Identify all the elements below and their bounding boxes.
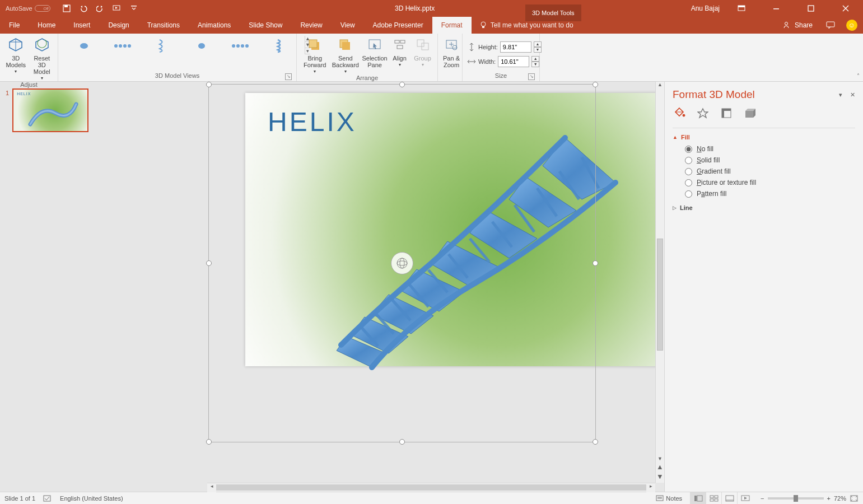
autosave-switch[interactable]: Off xyxy=(35,5,50,12)
section-fill-header[interactable]: ▲Fill xyxy=(673,134,855,141)
resize-handle-w[interactable] xyxy=(206,260,212,266)
account-name[interactable]: Anu Bajaj xyxy=(691,4,720,12)
next-slide-icon[interactable]: ⯆ xyxy=(656,474,664,483)
autosave-toggle[interactable]: AutoSave Off xyxy=(6,5,50,12)
radio-picture-texture-fill[interactable]: Picture or texture fill xyxy=(685,179,855,186)
selection-bounding-box[interactable] xyxy=(208,84,596,442)
radio-solid-fill[interactable]: Solid fill xyxy=(685,156,855,164)
svg-rect-64 xyxy=(715,496,718,498)
view-preset-2[interactable] xyxy=(112,38,134,54)
view-reading-icon[interactable] xyxy=(721,492,737,505)
tab-view[interactable]: View xyxy=(332,17,364,34)
pane-options-icon[interactable]: ▾ xyxy=(839,91,842,99)
comments-icon[interactable] xyxy=(820,17,841,34)
view-preset-3[interactable] xyxy=(151,38,174,54)
section-line-header[interactable]: ▷Line xyxy=(673,204,855,211)
view-slideshow-icon[interactable] xyxy=(737,492,753,505)
prev-slide-icon[interactable]: ⯅ xyxy=(656,465,664,474)
radio-gradient-fill[interactable]: Gradient fill xyxy=(685,167,855,175)
pan-zoom-button[interactable]: Pan & Zoom xyxy=(442,36,460,68)
window-close-icon[interactable] xyxy=(833,0,859,17)
start-from-beginning-icon[interactable] xyxy=(112,3,122,13)
view-normal-icon[interactable] xyxy=(690,492,706,505)
svg-rect-63 xyxy=(710,496,713,498)
scrollbar-thumb[interactable] xyxy=(216,484,646,491)
fit-to-window-icon[interactable] xyxy=(850,494,859,502)
slide-number: 1 xyxy=(6,90,9,96)
view-preset-4[interactable] xyxy=(190,38,213,54)
status-language[interactable]: English (United States) xyxy=(60,495,123,502)
height-input[interactable] xyxy=(500,41,531,53)
tab-format[interactable]: Format xyxy=(432,17,472,34)
resize-handle-n[interactable] xyxy=(399,82,405,87)
svg-point-14 xyxy=(119,44,122,48)
scroll-down-icon[interactable]: ▼ xyxy=(656,456,664,465)
insert-3d-models-button[interactable]: 3D Models▾ xyxy=(4,36,27,74)
tab-home[interactable]: Home xyxy=(29,17,64,34)
feedback-smiley-icon[interactable]: ☺ xyxy=(841,17,863,34)
tab-slide-show[interactable]: Slide Show xyxy=(240,17,291,34)
zoom-slider-knob[interactable] xyxy=(794,495,798,502)
window-maximize-icon[interactable] xyxy=(798,0,824,17)
send-backward-button[interactable]: Send Backward▾ xyxy=(332,36,360,74)
ribbon-display-options-icon[interactable] xyxy=(729,0,754,17)
status-slide-indicator[interactable]: Slide 1 of 1 xyxy=(4,495,35,502)
undo-icon[interactable] xyxy=(78,3,88,13)
zoom-value[interactable]: 72% xyxy=(834,495,846,502)
tab-transitions[interactable]: Transitions xyxy=(138,17,189,34)
rotate-3d-handle[interactable] xyxy=(391,252,413,274)
share-button[interactable]: Share xyxy=(775,17,820,34)
selection-pane-button[interactable]: Selection Pane xyxy=(362,36,387,68)
scroll-right-icon[interactable]: ▸ xyxy=(646,483,655,492)
view-preset-1[interactable] xyxy=(73,38,95,54)
window-minimize-icon[interactable] xyxy=(763,0,789,17)
zoom-in-icon[interactable]: + xyxy=(827,495,831,502)
bring-forward-button[interactable]: Bring Forward▾ xyxy=(301,36,329,74)
tab-animations[interactable]: Animations xyxy=(189,17,240,34)
resize-handle-nw[interactable] xyxy=(206,82,212,87)
tab-adobe-presenter[interactable]: Adobe Presenter xyxy=(364,17,432,34)
resize-handle-ne[interactable] xyxy=(593,82,598,87)
save-icon[interactable] xyxy=(62,3,72,13)
resize-handle-e[interactable] xyxy=(593,260,598,266)
resize-handle-se[interactable] xyxy=(593,439,598,445)
scroll-left-icon[interactable]: ◂ xyxy=(207,483,216,492)
pane-close-icon[interactable]: ✕ xyxy=(850,91,855,99)
pane-tab-3d-icon[interactable] xyxy=(743,106,757,120)
view-preset-5[interactable] xyxy=(230,38,252,54)
dialog-launcher-icon[interactable]: ↘ xyxy=(285,73,292,80)
pane-tab-fill-icon[interactable] xyxy=(673,106,686,120)
radio-pattern-fill[interactable]: Pattern fill xyxy=(685,190,855,198)
view-slide-sorter-icon[interactable] xyxy=(706,492,721,505)
spell-check-icon[interactable] xyxy=(43,494,52,502)
dialog-launcher-icon[interactable]: ↘ xyxy=(528,73,535,80)
scroll-up-icon[interactable]: ▲ xyxy=(656,82,664,91)
vertical-scrollbar[interactable]: ▲ ▼ ⯅ ⯆ xyxy=(655,82,664,483)
resize-handle-s[interactable] xyxy=(399,439,405,445)
redo-icon[interactable] xyxy=(95,3,105,13)
zoom-out-icon[interactable]: − xyxy=(761,495,764,502)
reset-3d-model-button[interactable]: Reset 3D Model▾ xyxy=(31,36,54,81)
width-spin-up-icon[interactable]: ▲ xyxy=(531,56,539,62)
slide-thumbnail-1[interactable]: HELIX xyxy=(12,88,88,132)
notes-button[interactable]: Notes xyxy=(656,495,682,502)
collapse-ribbon-icon[interactable]: ˄ xyxy=(857,73,860,79)
tab-insert[interactable]: Insert xyxy=(64,17,99,34)
pane-tab-size-icon[interactable] xyxy=(720,106,733,120)
width-spin-down-icon[interactable]: ▼ xyxy=(531,62,539,67)
tell-me-search[interactable]: Tell me what you want to do xyxy=(472,17,581,34)
qat-customize-icon[interactable] xyxy=(129,3,139,13)
zoom-slider[interactable] xyxy=(768,497,824,500)
tab-file[interactable]: File xyxy=(0,17,29,34)
radio-no-fill[interactable]: NNo fillo fill xyxy=(685,145,855,153)
autosave-state: Off xyxy=(43,7,48,11)
resize-handle-sw[interactable] xyxy=(206,439,212,445)
tab-design[interactable]: Design xyxy=(99,17,138,34)
view-preset-6[interactable] xyxy=(269,38,291,54)
pane-tab-effects-icon[interactable] xyxy=(696,106,710,120)
tab-review[interactable]: Review xyxy=(291,17,331,34)
width-input[interactable] xyxy=(498,56,529,67)
horizontal-scrollbar[interactable]: ◂ ▸ xyxy=(207,483,655,492)
align-button[interactable]: Align▾ xyxy=(390,36,409,68)
scrollbar-thumb[interactable] xyxy=(657,239,663,351)
